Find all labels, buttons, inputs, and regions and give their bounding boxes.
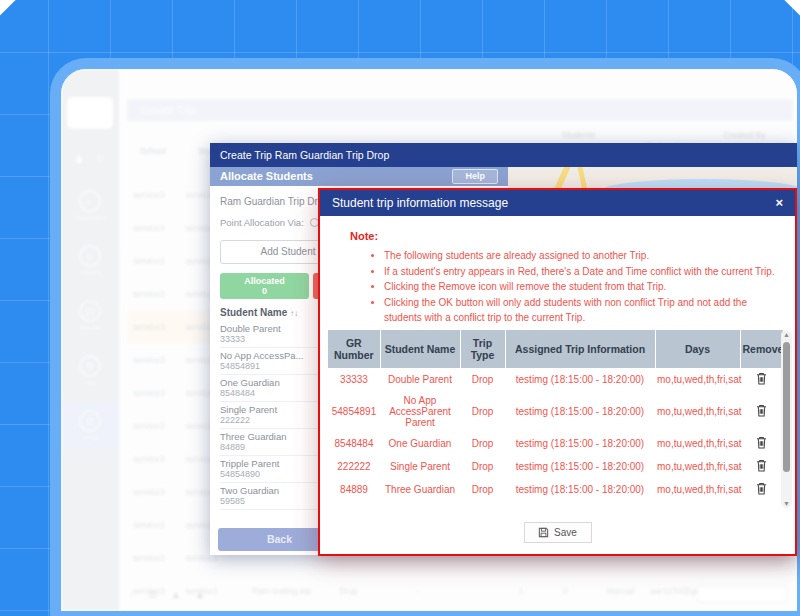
col-remove: Remove <box>740 330 783 368</box>
trash-icon[interactable] <box>756 459 767 472</box>
trash-icon[interactable] <box>756 482 767 495</box>
note-item: The following students are already assig… <box>384 248 779 264</box>
col-days: Days <box>655 330 740 368</box>
save-icon <box>538 527 549 538</box>
trash-icon[interactable] <box>756 436 767 449</box>
message-modal-header: Student trip information message × <box>320 190 795 216</box>
col-student-name: Student Name <box>380 330 460 368</box>
decorative-corner <box>0 0 28 28</box>
scroll-up-icon[interactable]: ▲ <box>781 331 792 338</box>
allocate-students-header: Allocate Students Help <box>210 167 508 186</box>
trash-icon[interactable] <box>756 404 767 417</box>
note-label: Note: <box>350 230 795 242</box>
note-item: Clicking the OK button will only add stu… <box>384 295 779 326</box>
conflict-row: 222222Single ParentDroptestimg (18:15:00… <box>328 455 783 478</box>
trash-icon[interactable] <box>756 372 767 385</box>
student-trip-message-modal: Student trip information message × Note:… <box>318 188 797 556</box>
save-button[interactable]: Save <box>524 522 592 543</box>
conflict-row: 84889Three GuardianDroptestimg (18:15:00… <box>328 478 783 501</box>
note-item: Clicking the Remove icon will remove the… <box>384 279 779 295</box>
close-icon[interactable]: × <box>775 190 783 216</box>
conflict-row: 33333Double ParentDroptestimg (18:15:00 … <box>328 368 783 391</box>
scroll-down-icon[interactable]: ▼ <box>781 500 792 507</box>
message-modal-title: Student trip information message <box>332 196 508 210</box>
col-gr-number: GR Number <box>328 330 380 368</box>
create-trip-modal-title: Create Trip Ram Guardian Trip Drop <box>210 143 797 167</box>
conflict-row: 54854891No App AccessParent ParentDropte… <box>328 391 783 432</box>
sort-icon[interactable]: ↑↓ <box>290 309 298 318</box>
conflict-row: 8548484One GuardianDroptestimg (18:15:00… <box>328 432 783 455</box>
decorative-corner <box>770 0 800 26</box>
note-item: If a student's entry appears in Red, the… <box>384 264 779 280</box>
col-trip-type: Trip Type <box>460 330 505 368</box>
col-assigned-info: Assigned Trip Information <box>505 330 655 368</box>
allocated-tab[interactable]: Allocated 0 <box>220 273 309 299</box>
scrollbar-thumb[interactable] <box>783 342 790 472</box>
note-list: The following students are already assig… <box>384 248 795 326</box>
help-button[interactable]: Help <box>452 169 498 184</box>
conflict-table-container: GR Number Student Name Trip Type Assigne… <box>328 330 783 508</box>
point-allocation-label: Point Allocation Via: <box>220 217 304 228</box>
table-scrollbar[interactable]: ▲ ▼ <box>781 330 792 508</box>
conflict-table: GR Number Student Name Trip Type Assigne… <box>328 330 783 501</box>
